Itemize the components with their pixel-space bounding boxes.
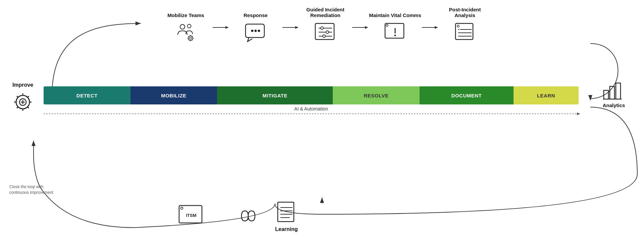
segment-mobilize: MOBILIZE	[130, 86, 217, 104]
svg-rect-59	[616, 83, 621, 99]
flow-arrow-3	[352, 3, 368, 31]
improve-label: Improve	[12, 82, 33, 88]
svg-marker-1	[577, 112, 580, 115]
guided-incident-label: Guided Incident Remediation	[299, 3, 352, 18]
svg-point-26	[321, 27, 323, 29]
flow-step-response: Response	[229, 3, 282, 43]
flow-step-mobilize-teams: Mobilize Teams	[159, 3, 213, 43]
analytics-section: Analytics	[597, 80, 631, 108]
svg-point-36	[394, 35, 396, 36]
post-incident-label: Post-Incident Analysis	[438, 3, 492, 18]
segment-mitigate: MITIGATE	[217, 86, 333, 104]
flow-step-maintain-vital: Maintain Vital Comms	[368, 3, 422, 43]
svg-marker-38	[435, 26, 438, 29]
svg-marker-17	[225, 26, 229, 29]
svg-point-7	[190, 37, 192, 39]
learning-icon	[275, 201, 298, 224]
mobilize-teams-icon	[174, 21, 198, 43]
maintain-vital-label: Maintain Vital Comms	[369, 3, 421, 18]
integration-section	[235, 204, 262, 229]
mobilize-teams-label: Mobilize Teams	[167, 3, 204, 18]
svg-point-34	[386, 24, 388, 26]
svg-rect-57	[604, 90, 608, 99]
response-label: Response	[244, 3, 268, 18]
ai-automation-label: AI & Automation	[294, 106, 328, 111]
svg-line-12	[189, 36, 189, 36]
svg-rect-58	[610, 86, 614, 99]
analytics-label: Analytics	[603, 102, 625, 108]
improve-section: Improve	[9, 82, 36, 114]
flow-arrow-2	[282, 3, 299, 31]
close-loop-text: Close the loop withcontinuous improvemen…	[9, 184, 53, 195]
improve-icon	[11, 90, 35, 114]
flow-arrow-4	[422, 3, 438, 31]
diagram-container: Mobilize Teams	[0, 0, 644, 239]
svg-point-40	[457, 25, 459, 27]
svg-point-20	[255, 30, 257, 32]
svg-line-51	[17, 96, 18, 97]
svg-text:ITSM: ITSM	[186, 213, 196, 218]
flow-step-guided-incident: Guided Incident Remediation	[299, 3, 352, 43]
svg-line-13	[192, 40, 193, 40]
svg-marker-23	[295, 26, 299, 29]
learning-label: Learning	[275, 226, 298, 232]
svg-point-28	[326, 31, 329, 33]
svg-rect-64	[278, 202, 294, 222]
svg-marker-32	[365, 26, 368, 29]
flow-step-post-incident: Post-Incident Analysis	[438, 3, 492, 43]
segment-learn: LEARN	[514, 86, 579, 104]
top-flow: Mobilize Teams	[60, 3, 590, 43]
analytics-icon	[602, 80, 626, 100]
svg-point-19	[251, 30, 254, 32]
svg-point-21	[258, 30, 260, 32]
svg-point-30	[323, 35, 325, 37]
segment-resolve: RESOLVE	[333, 86, 420, 104]
integration-icon	[235, 204, 262, 228]
svg-line-14	[192, 36, 193, 36]
guided-incident-icon	[313, 21, 337, 43]
itsm-icon: ITSM	[178, 204, 205, 228]
svg-line-54	[17, 107, 18, 108]
svg-point-5	[187, 24, 191, 28]
flow-arrow-1	[213, 3, 229, 31]
svg-line-53	[28, 96, 29, 97]
learning-section: Learning	[275, 201, 298, 232]
svg-rect-39	[455, 23, 473, 39]
svg-line-52	[28, 107, 29, 108]
svg-line-15	[189, 40, 189, 40]
pipeline-bar: DETECT MOBILIZE MITIGATE RESOLVE DOCUMEN…	[44, 86, 579, 104]
segment-detect: DETECT	[44, 86, 130, 104]
svg-point-62	[181, 207, 183, 210]
maintain-vital-icon	[383, 21, 407, 43]
post-incident-icon	[453, 21, 477, 43]
itsm-section: ITSM	[178, 204, 205, 229]
svg-point-4	[180, 24, 185, 29]
response-icon	[244, 21, 268, 43]
segment-document: DOCUMENT	[420, 86, 514, 104]
